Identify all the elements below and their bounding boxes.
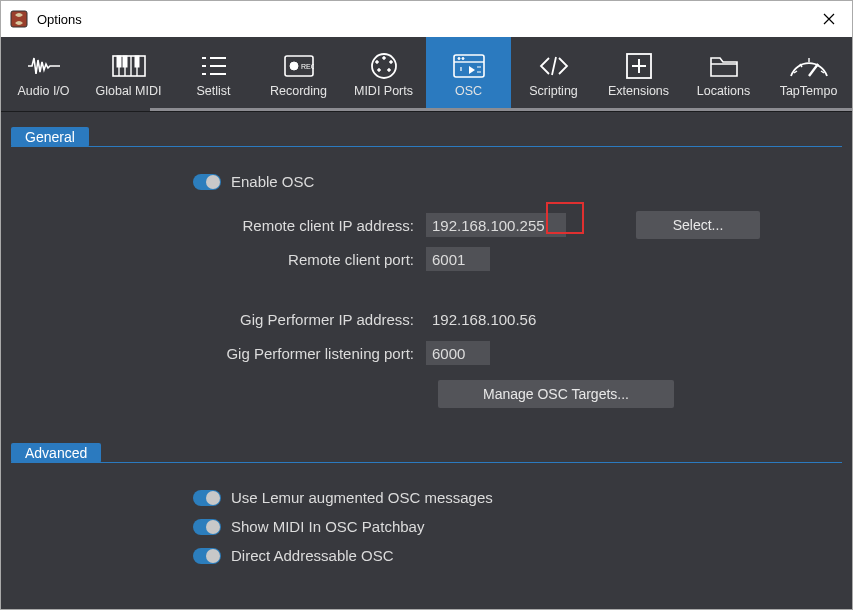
tab-global-midi[interactable]: Global MIDI xyxy=(86,37,171,111)
folder-icon xyxy=(709,51,739,81)
manage-osc-targets-button[interactable]: Manage OSC Targets... xyxy=(438,380,674,408)
direct-osc-label: Direct Addressable OSC xyxy=(231,547,394,564)
svg-rect-3 xyxy=(123,56,127,67)
titlebar: Options xyxy=(1,1,852,37)
tab-osc[interactable]: OSC xyxy=(426,37,511,111)
midi-patchbay-row: Show MIDI In OSC Patchbay xyxy=(1,512,852,541)
svg-point-15 xyxy=(458,57,460,59)
direct-osc-toggle[interactable] xyxy=(193,548,221,564)
svg-point-6 xyxy=(290,62,298,70)
record-icon: REC xyxy=(284,51,314,81)
remote-ip-label: Remote client IP address: xyxy=(1,217,426,234)
remote-ip-row: Remote client IP address: 192.168.100.25… xyxy=(1,208,852,242)
osc-icon xyxy=(453,51,485,81)
midi-port-icon xyxy=(370,51,398,81)
gp-ip-row: Gig Performer IP address: 192.168.100.56 xyxy=(1,302,852,336)
gp-ip-label: Gig Performer IP address: xyxy=(1,311,426,328)
section-header-general: General xyxy=(11,127,89,147)
svg-rect-4 xyxy=(135,56,139,67)
general-form: Enable OSC Remote client IP address: 192… xyxy=(1,167,852,408)
tab-recording[interactable]: REC Recording xyxy=(256,37,341,111)
window-title: Options xyxy=(37,12,82,27)
options-window: Options Audio I/O Global MIDI xyxy=(0,0,853,610)
remote-port-label: Remote client port: xyxy=(1,251,426,268)
midi-patchbay-toggle[interactable] xyxy=(193,519,221,535)
waveform-icon xyxy=(26,51,62,81)
section-general-wrap: General xyxy=(11,112,842,147)
app-icon xyxy=(9,9,29,29)
tab-scripting[interactable]: Scripting xyxy=(511,37,596,111)
gp-port-input[interactable]: 6000 xyxy=(426,341,490,365)
tab-locations[interactable]: Locations xyxy=(681,37,766,111)
svg-point-12 xyxy=(377,68,380,71)
advanced-form: Use Lemur augmented OSC messages Show MI… xyxy=(1,483,852,570)
close-button[interactable] xyxy=(806,1,852,37)
content: General Enable OSC Remote client IP addr… xyxy=(1,112,852,570)
lemur-label: Use Lemur augmented OSC messages xyxy=(231,489,493,506)
remote-port-input[interactable]: 6001 xyxy=(426,247,490,271)
list-icon xyxy=(200,51,228,81)
code-icon xyxy=(539,51,569,81)
gp-port-row: Gig Performer listening port: 6000 xyxy=(1,336,852,370)
tab-tap-tempo[interactable]: TapTempo xyxy=(766,37,851,111)
section-header-advanced: Advanced xyxy=(11,443,101,463)
svg-point-11 xyxy=(389,60,392,63)
piano-icon xyxy=(112,51,146,81)
svg-point-10 xyxy=(375,60,378,63)
lemur-row: Use Lemur augmented OSC messages xyxy=(1,483,852,512)
tab-bar: Audio I/O Global MIDI Setlist REC Record… xyxy=(1,37,852,112)
plus-box-icon xyxy=(626,51,652,81)
direct-osc-row: Direct Addressable OSC xyxy=(1,541,852,570)
tab-underline xyxy=(150,108,852,111)
gauge-icon xyxy=(788,51,830,81)
tab-setlist[interactable]: Setlist xyxy=(171,37,256,111)
svg-text:REC: REC xyxy=(301,63,314,70)
lemur-toggle[interactable] xyxy=(193,490,221,506)
midi-patchbay-label: Show MIDI In OSC Patchbay xyxy=(231,518,424,535)
select-button[interactable]: Select... xyxy=(636,211,760,239)
enable-osc-label: Enable OSC xyxy=(231,173,314,190)
window-body: Audio I/O Global MIDI Setlist REC Record… xyxy=(1,37,852,609)
svg-rect-2 xyxy=(117,56,121,67)
enable-osc-row: Enable OSC xyxy=(1,167,852,196)
tab-midi-ports[interactable]: MIDI Ports xyxy=(341,37,426,111)
enable-osc-toggle[interactable] xyxy=(193,174,221,190)
gp-port-label: Gig Performer listening port: xyxy=(1,345,426,362)
svg-point-16 xyxy=(462,57,464,59)
svg-marker-17 xyxy=(469,66,475,74)
svg-point-13 xyxy=(387,68,390,71)
remote-ip-input[interactable]: 192.168.100.255 xyxy=(426,213,566,237)
gp-ip-value: 192.168.100.56 xyxy=(426,311,536,328)
tab-extensions[interactable]: Extensions xyxy=(596,37,681,111)
section-advanced-wrap: Advanced xyxy=(11,428,842,463)
tab-audio-io[interactable]: Audio I/O xyxy=(1,37,86,111)
remote-port-row: Remote client port: 6001 xyxy=(1,242,852,276)
svg-point-9 xyxy=(382,56,385,59)
